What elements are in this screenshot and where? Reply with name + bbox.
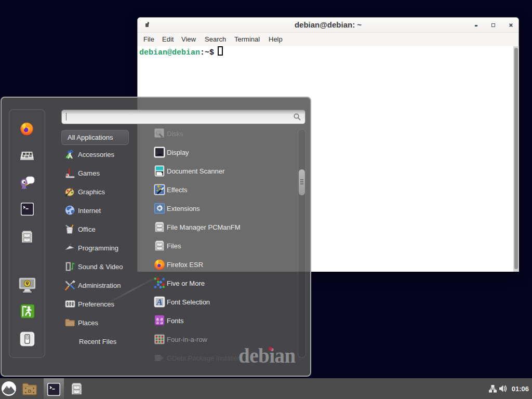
- svg-text:A: A: [156, 297, 162, 307]
- svg-text:a: a: [161, 320, 163, 325]
- svg-text:D: D: [28, 389, 32, 394]
- svg-text:a: a: [156, 320, 159, 325]
